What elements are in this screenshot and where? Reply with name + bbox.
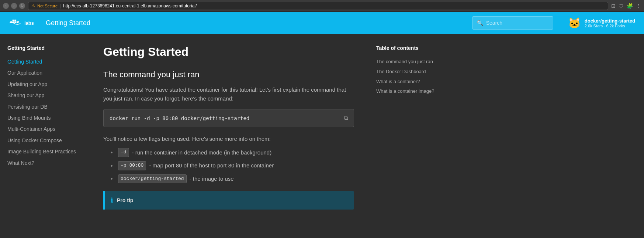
- code-command: docker run -d -p 80:80 docker/getting-st…: [110, 115, 249, 121]
- section1-title: The command you just ran: [103, 70, 354, 79]
- search-icon: 🔍: [477, 20, 483, 26]
- main-layout: Getting Started Getting Started Our Appl…: [0, 34, 644, 238]
- flag-code-p: -p 80:80: [118, 161, 146, 170]
- address-bar[interactable]: ⚠ Not Secure | http://ecs-alb-1273698241…: [28, 2, 608, 10]
- top-nav: labs Getting Started 🔍 🐱 docker/getting-…: [0, 12, 644, 34]
- back-button[interactable]: ‹: [3, 3, 9, 9]
- shield-icon: 🛡: [619, 3, 624, 9]
- sidebar-item-using-bind-mounts[interactable]: Using Bind Mounts: [7, 112, 81, 123]
- code-block: docker run -d -p 80:80 docker/getting-st…: [103, 109, 354, 127]
- copy-button[interactable]: ⧉: [344, 115, 348, 122]
- browser-controls: ‹ › ↻: [3, 3, 25, 9]
- docker-logo[interactable]: labs: [9, 18, 34, 28]
- table-of-contents: Table of contents The command you just r…: [369, 34, 450, 238]
- sidebar-item-sharing-our-app[interactable]: Sharing our App: [7, 90, 81, 101]
- flag-desc-image: - the image to use: [190, 174, 234, 183]
- list-item: -p 80:80 - map port 80 of the host to po…: [111, 161, 354, 171]
- forward-button[interactable]: ›: [11, 3, 17, 9]
- docker-whale-icon: [9, 18, 22, 28]
- page-title: Getting Started: [103, 45, 354, 59]
- svg-rect-5: [14, 20, 16, 21]
- main-content: Getting Started The command you just ran…: [89, 34, 369, 238]
- sidebar-item-multi-container-apps[interactable]: Multi-Container Apps: [7, 123, 81, 135]
- sidebar-item-image-building[interactable]: Image Building Best Practices: [7, 146, 81, 157]
- pro-tip-label: Pro tip: [117, 197, 133, 203]
- github-info: docker/getting-started 2.6k Stars · 6.2k…: [585, 18, 635, 28]
- flags-list: -d - run the container in detached mode …: [103, 148, 354, 184]
- search-input[interactable]: [486, 20, 548, 26]
- github-stats: 2.6k Stars · 6.2k Forks: [585, 24, 635, 28]
- intro-paragraph: Congratulations! You have started the co…: [103, 85, 354, 103]
- search-box[interactable]: 🔍: [472, 16, 553, 30]
- svg-point-6: [18, 21, 19, 23]
- browser-chrome: ‹ › ↻ ⚠ Not Secure | http://ecs-alb-1273…: [0, 0, 644, 12]
- toc-item-container[interactable]: What is a container?: [376, 77, 443, 87]
- toc-item-dashboard[interactable]: The Docker Dashboard: [376, 67, 443, 77]
- extension-icon: 🧩: [627, 3, 633, 9]
- flag-code-image: docker/getting-started: [118, 174, 187, 184]
- flag-code-d: -d: [118, 148, 129, 157]
- github-repo-name: docker/getting-started: [585, 18, 635, 24]
- labs-label: labs: [24, 20, 34, 26]
- url-host: ecs-alb-1273698241.eu-central-1.elb.amaz…: [74, 3, 181, 8]
- flag-desc-d: - run the container in detached mode (in…: [132, 148, 272, 157]
- svg-rect-4: [13, 20, 14, 21]
- sidebar-item-getting-started[interactable]: Getting Started: [7, 56, 81, 67]
- sidebar-section-title: Getting Started: [7, 45, 81, 51]
- security-warning-text: Not Secure: [37, 4, 58, 8]
- browser-toolbar: ⊡ 🛡 🧩 ⋮: [611, 3, 641, 9]
- sidebar-item-what-next[interactable]: What Next?: [7, 157, 81, 169]
- list-item: -d - run the container in detached mode …: [111, 148, 354, 157]
- sidebar-item-using-docker-compose[interactable]: Using Docker Compose: [7, 135, 81, 146]
- list-item: docker/getting-started - the image to us…: [111, 174, 354, 184]
- toc-item-image[interactable]: What is a container image?: [376, 86, 443, 96]
- sidebar-item-our-application[interactable]: Our Application: [7, 67, 81, 78]
- svg-rect-2: [14, 21, 16, 23]
- pro-tip-icon: ℹ: [111, 196, 113, 204]
- flags-intro: You'll notice a few flags being used. He…: [103, 135, 354, 143]
- reload-button[interactable]: ↻: [19, 3, 25, 9]
- menu-icon[interactable]: ⋮: [636, 3, 641, 9]
- pro-tip-box: ℹ Pro tip: [103, 191, 354, 210]
- url-prefix: http://: [63, 3, 74, 8]
- sidebar: Getting Started Getting Started Our Appl…: [0, 34, 89, 238]
- toc-item-command[interactable]: The command you just ran: [376, 57, 443, 67]
- github-cat-icon: 🐱: [568, 17, 581, 29]
- bookmark-icon[interactable]: ⊡: [611, 3, 616, 9]
- github-area[interactable]: 🐱 docker/getting-started 2.6k Stars · 6.…: [568, 17, 635, 29]
- sidebar-item-persisting-our-db[interactable]: Persisting our DB: [7, 101, 81, 112]
- security-warning-icon: ⚠: [31, 3, 35, 8]
- flag-desc-p: - map port 80 of the host to port 80 in …: [149, 161, 274, 170]
- url-display: http://ecs-alb-1273698241.eu-central-1.e…: [63, 3, 197, 8]
- url-path: /tutorial/: [181, 3, 197, 8]
- sidebar-item-updating-our-app[interactable]: Updating our App: [7, 79, 81, 90]
- toc-title: Table of contents: [376, 45, 443, 51]
- nav-title: Getting Started: [46, 19, 90, 27]
